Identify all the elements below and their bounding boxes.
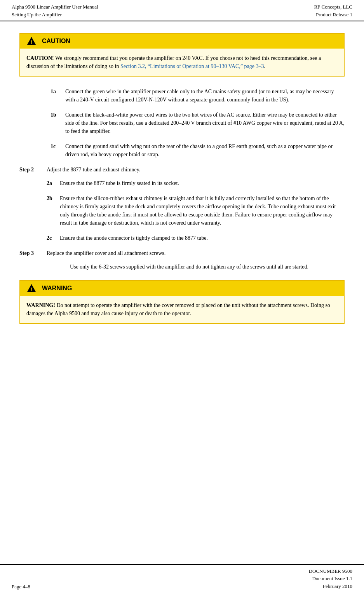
step-3-label: Step 3 bbox=[19, 249, 43, 257]
warning-icon: ! bbox=[26, 283, 37, 293]
step-2c-label: 2c bbox=[47, 234, 56, 242]
step-3-text: Replace the amplifier cover and all atta… bbox=[47, 249, 345, 257]
caution-heading-text: CAUTION bbox=[42, 38, 70, 45]
step-1b-text: Connect the black-and-white power cord w… bbox=[65, 111, 345, 135]
caution-body: CAUTION! We strongly recommend that you … bbox=[20, 49, 344, 76]
footer-page-label: Page 4–8 bbox=[12, 584, 30, 590]
caution-link[interactable]: Section 3.2, “Limitations of Operation a… bbox=[120, 63, 264, 69]
step-2a: 2a Ensure that the 8877 tube is firmly s… bbox=[47, 179, 345, 187]
caution-bold-label: CAUTION! bbox=[26, 55, 54, 61]
header-left: Alpha 9500 Linear Amplifier User Manual … bbox=[12, 3, 98, 18]
main-content: ! CAUTION CAUTION! We strongly recommend… bbox=[0, 21, 364, 339]
header-company-line1: RF Concepts, LLC bbox=[314, 3, 352, 11]
step-1a-text: Connect the green wire in the amplifier … bbox=[65, 87, 345, 104]
warning-heading-text: WARNING bbox=[42, 285, 72, 292]
step-1c-label: 1c bbox=[51, 142, 61, 159]
footer-doc-number: DOCNUMBER 9500 bbox=[309, 567, 352, 575]
step-1a-label: 1a bbox=[51, 87, 61, 104]
footer-doc-date: February 2010 bbox=[309, 583, 352, 590]
header-title-line2: Setting Up the Amplifier bbox=[12, 11, 98, 19]
step-1b: 1b Connect the black-and-white power cor… bbox=[51, 111, 345, 135]
step-2c: 2c Ensure that the anode connector is ti… bbox=[47, 234, 345, 242]
step-1c: 1c Connect the ground stud with wing nut… bbox=[51, 142, 345, 159]
step2-subs: 2a Ensure that the 8877 tube is firmly s… bbox=[47, 179, 345, 242]
step-2c-text: Ensure that the anode connector is tight… bbox=[60, 234, 345, 242]
step-2: Step 2 Adjust the 8877 tube and exhaust … bbox=[19, 166, 345, 174]
step-2-text: Adjust the 8877 tube and exhaust chimney… bbox=[47, 166, 345, 174]
header-company-line2: Product Release 1 bbox=[314, 11, 352, 19]
step1-subs: 1a Connect the green wire in the amplifi… bbox=[51, 87, 345, 159]
footer-doc-issue: Document Issue 1.1 bbox=[309, 575, 352, 583]
step-2b-label: 2b bbox=[47, 194, 56, 227]
step-1c-text: Connect the ground stud with wing nut on… bbox=[65, 142, 345, 159]
warning-bold-label: WARNING! bbox=[26, 302, 55, 308]
step-2b-text: Ensure that the silicon-rubber exhaust c… bbox=[60, 194, 345, 227]
header-title-line1: Alpha 9500 Linear Amplifier User Manual bbox=[12, 3, 98, 11]
step-1a: 1a Connect the green wire in the amplifi… bbox=[51, 87, 345, 104]
page-footer: Page 4–8 DOCNUMBER 9500 Document Issue 1… bbox=[0, 564, 364, 593]
caution-header: ! CAUTION bbox=[20, 34, 344, 49]
header-right: RF Concepts, LLC Product Release 1 bbox=[314, 3, 352, 18]
svg-text:!: ! bbox=[31, 39, 32, 45]
warning-box: ! WARNING WARNING! Do not attempt to ope… bbox=[19, 280, 345, 324]
step-3: Step 3 Replace the amplifier cover and a… bbox=[19, 249, 345, 257]
warning-text: Do not attempt to operate the amplifier … bbox=[26, 302, 330, 316]
step-2a-text: Ensure that the 8877 tube is firmly seat… bbox=[60, 179, 345, 187]
footer-right: DOCNUMBER 9500 Document Issue 1.1 Februa… bbox=[309, 567, 352, 590]
caution-text-after-link: . bbox=[264, 63, 266, 69]
svg-text:!: ! bbox=[31, 286, 32, 292]
caution-box: ! CAUTION CAUTION! We strongly recommend… bbox=[19, 33, 345, 77]
step-2a-label: 2a bbox=[47, 179, 56, 187]
step-2-label: Step 2 bbox=[19, 166, 43, 174]
step-3-para: Use only the 6-32 screws supplied with t… bbox=[70, 263, 345, 271]
step-1b-label: 1b bbox=[51, 111, 61, 135]
page-header: Alpha 9500 Linear Amplifier User Manual … bbox=[0, 0, 364, 21]
warning-header: ! WARNING bbox=[20, 281, 344, 296]
warning-body: WARNING! Do not attempt to operate the a… bbox=[20, 296, 344, 323]
step-2b: 2b Ensure that the silicon-rubber exhaus… bbox=[47, 194, 345, 227]
caution-icon: ! bbox=[26, 36, 37, 46]
